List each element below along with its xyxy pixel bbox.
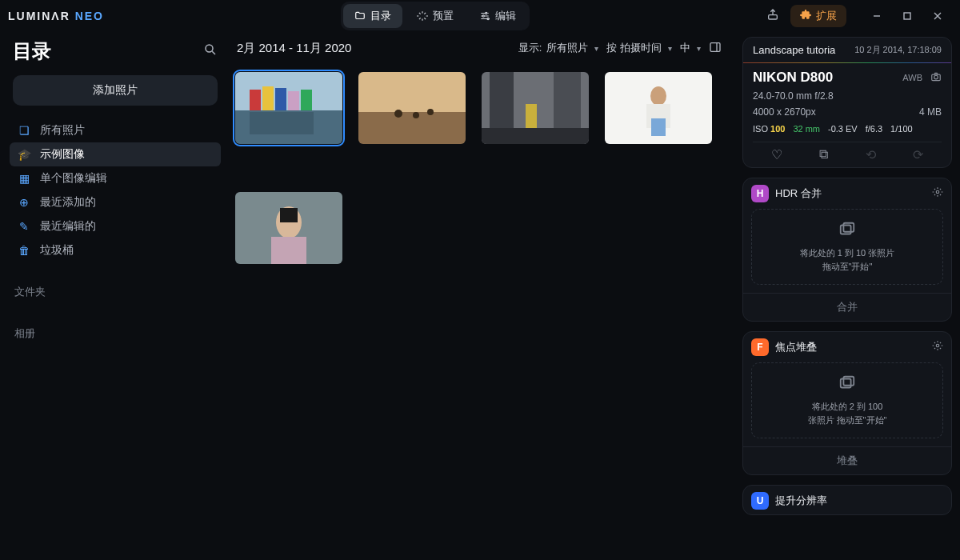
svg-rect-14 [250, 112, 314, 134]
svg-rect-13 [301, 90, 312, 110]
hdr-dropzone[interactable]: 将此处的 1 到 10 张照片 拖动至"开始" [751, 209, 943, 285]
svg-rect-9 [250, 90, 261, 110]
svg-rect-16 [358, 112, 466, 144]
svg-point-0 [486, 12, 487, 14]
grid-icon: ▦ [18, 172, 30, 185]
svg-rect-11 [275, 88, 286, 110]
sidebar-item-trash[interactable]: 🗑 垃圾桶 [10, 238, 221, 262]
upscale-badge-icon: U [751, 492, 769, 510]
thumbnail[interactable] [235, 72, 342, 144]
svg-rect-6 [710, 42, 720, 51]
window-close-button[interactable] [923, 5, 952, 27]
sliders-icon [479, 10, 490, 22]
thumbnail[interactable] [482, 72, 589, 144]
svg-point-2 [487, 18, 489, 19]
size-filter[interactable]: 中 ▾ [680, 41, 701, 55]
lens-label: 24.0-70.0 mm f/2.8 [753, 90, 942, 102]
sidebar-item-all-photos[interactable]: ❏ 所有照片 [10, 118, 221, 142]
ev-label: -0.3 EV [828, 124, 858, 134]
puzzle-icon [800, 10, 811, 23]
hdr-merge-button[interactable]: 合并 [743, 293, 951, 321]
copy-icon[interactable]: ⧉ [816, 147, 832, 162]
awb-label: AWB [902, 73, 922, 82]
thumbnail[interactable] [358, 72, 466, 144]
gear-icon[interactable] [932, 186, 943, 201]
info-panel: Landscape tutoria 10 2月 2014, 17:18:09 N… [736, 32, 960, 560]
svg-point-17 [394, 110, 402, 118]
svg-rect-4 [904, 13, 910, 19]
rotate-left-icon[interactable]: ⟲ [863, 147, 879, 162]
camera-model: NIKON D800 [753, 70, 833, 86]
search-icon[interactable] [203, 42, 218, 60]
upscale-card: U 提升分辨率 [742, 485, 952, 515]
focal-label: 32 mm [793, 124, 820, 134]
add-photos-button[interactable]: 添加照片 [13, 75, 218, 106]
svg-rect-24 [526, 104, 537, 128]
window-maximize-button[interactable] [893, 5, 922, 27]
svg-rect-23 [482, 128, 589, 144]
hdr-badge-icon: H [751, 185, 769, 202]
photo-info-card: Landscape tutoria 10 2月 2014, 17:18:09 N… [742, 37, 952, 168]
photo-grid [230, 64, 736, 560]
show-filter[interactable]: 显示: 所有照片 ▾ [518, 41, 599, 55]
chevron-down-icon: ▾ [594, 44, 598, 53]
rotate-right-icon[interactable]: ⟳ [910, 147, 926, 162]
sidebar-item-sample-images[interactable]: 🎓 示例图像 [10, 142, 221, 166]
panel-toggle-icon[interactable] [709, 41, 722, 56]
extensions-button[interactable]: 扩展 [790, 5, 846, 27]
tab-edit[interactable]: 编辑 [468, 4, 527, 28]
tab-catalog[interactable]: 目录 [343, 4, 402, 28]
gear-icon[interactable] [932, 340, 943, 354]
aperture-label: f/6.3 [866, 124, 882, 134]
svg-rect-22 [554, 72, 581, 128]
thumbnail[interactable] [605, 72, 712, 144]
window-minimize-button[interactable] [862, 5, 891, 27]
svg-point-5 [206, 45, 213, 52]
svg-point-19 [427, 109, 434, 115]
sidebar-item-single-edit[interactable]: ▦ 单个图像编辑 [10, 166, 221, 190]
images-icon [758, 221, 936, 242]
focus-stack-button[interactable]: 堆叠 [743, 446, 951, 474]
svg-rect-36 [841, 226, 851, 234]
svg-rect-15 [358, 72, 466, 112]
sort-filter[interactable]: 按 拍摄时间 ▾ [606, 41, 672, 55]
sidebar-item-recently-edited[interactable]: ✎ 最近编辑的 [10, 214, 221, 238]
favorite-icon[interactable]: ♡ [769, 147, 785, 162]
svg-point-35 [936, 190, 939, 194]
sparkle-icon [417, 10, 428, 22]
tab-presets[interactable]: 预置 [406, 4, 465, 28]
date-range: 2月 2014 - 11月 2020 [237, 41, 351, 56]
svg-rect-31 [271, 237, 306, 264]
photo-date: 10 2月 2014, 17:18:09 [854, 44, 942, 56]
albums-section-label: 相册 [14, 326, 218, 341]
svg-rect-32 [280, 208, 298, 222]
stack-icon: ❏ [18, 124, 30, 137]
share-icon[interactable] [766, 8, 779, 24]
iso-label: ISO 100 [753, 124, 785, 134]
svg-rect-12 [288, 91, 299, 110]
recent-edit-icon: ✎ [18, 220, 30, 233]
histogram-bar [743, 62, 951, 63]
svg-point-38 [936, 344, 939, 347]
sidebar-item-recently-added[interactable]: ⊕ 最近添加的 [10, 190, 221, 214]
sidebar: 目录 添加照片 ❏ 所有照片 🎓 示例图像 ▦ 单个图像编辑 ⊕ 最近添加的 [0, 32, 230, 560]
folder-icon [354, 10, 366, 22]
camera-icon [930, 71, 942, 84]
svg-point-34 [934, 75, 938, 79]
app-logo: LUMINΛR NEO [8, 10, 104, 22]
hdr-merge-card: H HDR 合并 将此处的 1 到 10 张照片 拖动至"开始" 合并 [742, 178, 952, 322]
main-tabs: 目录 预置 编辑 [341, 2, 530, 30]
grid-toolbar: 2月 2014 - 11月 2020 显示: 所有照片 ▾ 按 拍摄时间 ▾ 中… [230, 32, 736, 64]
svg-rect-3 [769, 15, 778, 19]
recent-add-icon: ⊕ [18, 196, 30, 209]
focus-badge-icon: F [751, 338, 769, 356]
graduation-icon: 🎓 [18, 148, 30, 161]
svg-point-18 [413, 112, 419, 118]
svg-rect-10 [262, 86, 274, 110]
focus-dropzone[interactable]: 将此处的 2 到 100 张照片 拖动至"开始" [751, 362, 943, 438]
thumbnail[interactable] [235, 192, 342, 264]
chevron-down-icon: ▾ [697, 44, 701, 53]
chevron-down-icon: ▾ [668, 44, 672, 53]
svg-point-1 [482, 15, 484, 17]
svg-rect-40 [843, 377, 854, 386]
